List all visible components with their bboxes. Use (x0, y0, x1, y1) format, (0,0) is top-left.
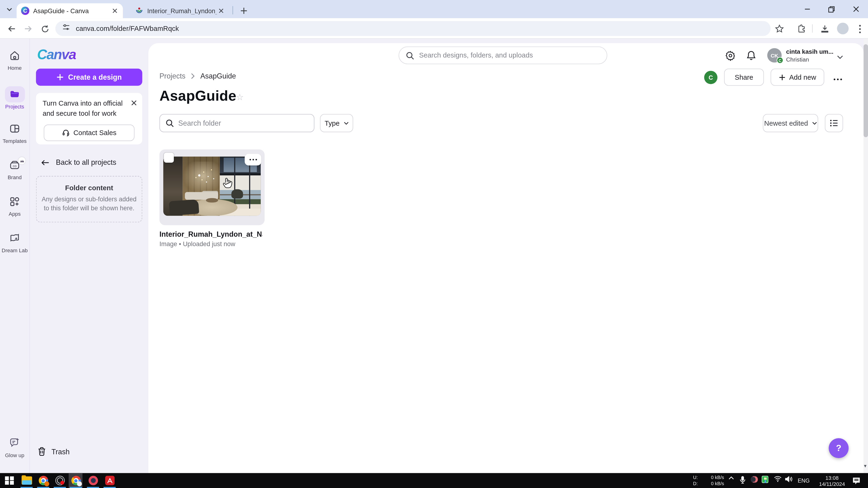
bookmark-star-icon[interactable] (774, 23, 785, 34)
running-indicator (70, 487, 82, 488)
sidebar-item-templates[interactable]: Templates (0, 123, 29, 144)
sidebar-panel: Canva Create a design Turn Canva into an… (29, 39, 148, 473)
trash-link[interactable]: Trash (38, 447, 70, 456)
tray-app1-icon[interactable] (750, 476, 758, 483)
search-icon (406, 51, 414, 59)
sidebar-item-brand[interactable]: co Brand (0, 159, 29, 181)
account-plan: Christian (786, 56, 809, 63)
running-indicator (21, 487, 33, 488)
sidebar-item-projects[interactable]: Projects (0, 86, 29, 110)
sidebar-item-glow-up[interactable]: Glow up (0, 437, 29, 458)
main-content: CK C cinta kasih um... Christian C Share… (148, 43, 864, 473)
back-arrow-icon (41, 159, 49, 166)
tray-app2-icon[interactable] (762, 476, 768, 483)
start-button[interactable] (3, 475, 16, 486)
sort-button[interactable]: Newest edited (763, 114, 818, 132)
wifi-icon[interactable] (774, 476, 782, 482)
browser-profile-avatar[interactable] (837, 23, 849, 34)
breadcrumb-current: AsapGuide (200, 72, 236, 80)
wikimedia-favicon (135, 7, 144, 15)
tray-expand-icon[interactable] (728, 476, 734, 480)
acrobat-icon[interactable] (103, 475, 116, 486)
card-title: Interior_Rumah_Lyndon_at_Nav... (159, 230, 262, 238)
reload-icon[interactable] (39, 23, 51, 35)
volume-icon[interactable] (785, 476, 793, 482)
tab-close-icon[interactable] (111, 7, 118, 14)
banner-close-icon[interactable] (131, 98, 136, 108)
plus-icon (779, 74, 785, 80)
tab-asapguide[interactable]: C AsapGuide - Canva (17, 3, 123, 18)
account-avatar[interactable]: CK C (767, 48, 782, 63)
canva-logo: Canva (37, 46, 76, 63)
card-more-button[interactable] (245, 154, 261, 165)
back-to-projects-link[interactable]: Back to all projects (41, 158, 116, 166)
tab-search-icon[interactable] (4, 4, 14, 14)
forward-icon[interactable] (22, 23, 34, 35)
promo-text: Turn Canva into an official and secure t… (43, 99, 132, 118)
breadcrumb-projects[interactable]: Projects (159, 72, 185, 80)
language-indicator[interactable]: ENG (798, 478, 810, 484)
restore-button[interactable] (819, 0, 843, 18)
scrollbar-down-arrow[interactable]: ▼ (863, 464, 868, 469)
microphone-icon[interactable] (740, 476, 746, 484)
type-filter-button[interactable]: Type (320, 114, 353, 132)
scrollbar-thumb[interactable] (864, 44, 868, 137)
star-folder-icon[interactable]: ☆ (236, 92, 244, 102)
chrome-profile1-icon[interactable] (36, 475, 50, 486)
extensions-icon[interactable] (796, 23, 807, 34)
account-chevron-icon[interactable] (834, 51, 846, 63)
sidebar-item-dream-lab[interactable]: Dream Lab (0, 232, 29, 253)
cursor-pointer (221, 177, 234, 193)
new-tab-button[interactable] (237, 4, 250, 17)
notifications-bell-icon[interactable] (745, 49, 757, 62)
recorder-app-icon[interactable] (86, 475, 99, 486)
card-checkbox[interactable] (164, 153, 174, 163)
global-search[interactable] (399, 46, 607, 64)
folder-more-icon[interactable] (832, 73, 844, 85)
date: 14/11/2024 (816, 481, 848, 487)
obs-studio-icon[interactable] (53, 475, 66, 486)
site-settings-icon[interactable] (62, 23, 70, 34)
settings-gear-icon[interactable] (724, 49, 736, 62)
account-name: cinta kasih um... (786, 48, 835, 55)
file-explorer-icon[interactable] (20, 475, 33, 486)
minimize-button[interactable] (795, 0, 819, 18)
list-view-toggle[interactable] (825, 114, 843, 132)
search-icon (165, 119, 174, 127)
running-indicator (87, 487, 99, 488)
list-view-icon (830, 120, 838, 127)
notification-center-icon[interactable] (852, 477, 860, 486)
tab-interior-rumah[interactable]: Interior_Rumah_Lyndon_at_Nav (131, 3, 229, 18)
help-button[interactable]: ? (829, 438, 848, 458)
trash-icon (38, 447, 46, 456)
clock-widget[interactable]: 13:08 14/11/2024 (816, 474, 848, 487)
page-title: AsapGuide (159, 88, 236, 105)
active-pill (5, 86, 25, 102)
tab-close-icon[interactable] (217, 7, 225, 14)
folder-owner-avatar[interactable]: C (704, 71, 717, 84)
share-button[interactable]: Share (724, 69, 764, 86)
design-thumbnail (163, 157, 261, 216)
browser-menu-icon[interactable] (854, 23, 865, 34)
create-design-button[interactable]: Create a design (36, 69, 143, 86)
chrome-profile2-icon[interactable] (69, 475, 82, 486)
add-new-button[interactable]: Add new (771, 69, 824, 86)
address-bar[interactable]: canva.com/folder/FAFWbamRqck (55, 21, 771, 36)
folder-search[interactable] (159, 114, 314, 132)
breadcrumb: Projects AsapGuide (159, 72, 236, 80)
toolbar-divider (812, 24, 813, 33)
downloads-icon[interactable] (819, 23, 830, 34)
back-icon[interactable] (5, 23, 18, 35)
close-button[interactable] (844, 0, 868, 18)
sidebar-item-home[interactable]: Home (0, 50, 29, 71)
contact-sales-button[interactable]: Contact Sales (44, 125, 134, 141)
chevron-down-icon (812, 121, 817, 125)
time: 13:08 (816, 474, 848, 481)
sidebar-item-apps[interactable]: Apps (0, 196, 29, 217)
running-indicator (54, 487, 66, 488)
folder-search-input[interactable] (178, 119, 309, 127)
design-card[interactable] (159, 150, 265, 225)
network-speed-widget[interactable]: U:0 kB/s D:0 kB/s (693, 475, 724, 486)
tab-title: Interior_Rumah_Lyndon_at_Nav (147, 7, 217, 14)
global-search-input[interactable] (419, 52, 600, 59)
